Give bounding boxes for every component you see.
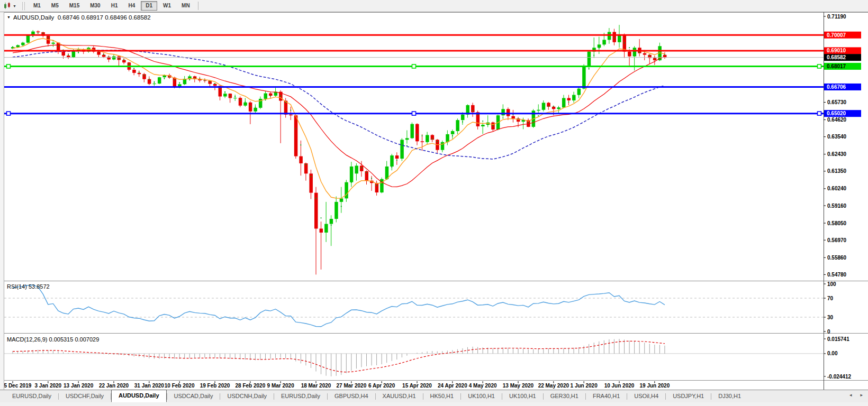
candle [213, 84, 217, 86]
ohlc-low: 0.68496 [105, 14, 127, 21]
timeframe-button-d1[interactable]: D1 [141, 1, 157, 11]
tab-audusd-daily[interactable]: AUDUSD,Daily [111, 390, 166, 402]
toolbar-separator [198, 2, 198, 10]
date-axis-label: 22 Jan 2020 [99, 383, 129, 389]
candle [173, 78, 177, 87]
price-axis-tick: 0.59160 [827, 203, 847, 209]
candle [340, 198, 343, 202]
timeframe-button-h1[interactable]: H1 [106, 1, 123, 11]
tab-fra40-h1[interactable]: FRA40,H1 [586, 391, 627, 402]
candle [294, 115, 298, 156]
candle [148, 79, 151, 84]
candle [239, 98, 242, 106]
price-axis-tick: 0.61350 [827, 168, 847, 174]
chart-canvas[interactable]: 0.0157410.00-0.0244120.711900.657300.646… [0, 0, 868, 406]
tab-hk50-h1[interactable]: HK50,H1 [423, 391, 461, 402]
symbol-dropdown-icon[interactable]: ▼ [7, 15, 11, 19]
tab-eurusd-daily[interactable]: EURUSD,Daily [274, 391, 327, 402]
tab-uk100-h1[interactable]: UK100,H1 [461, 391, 502, 402]
candle [132, 70, 136, 73]
candle [97, 52, 101, 55]
candle [446, 134, 449, 142]
candle [223, 94, 227, 96]
candle [511, 116, 515, 118]
ohlc-high: 0.68917 [81, 14, 103, 21]
tab-eurusd-daily[interactable]: EURUSD,Daily [5, 391, 58, 402]
tab-scroll-left-icon[interactable]: ◂ [849, 392, 852, 398]
candle [152, 84, 156, 84]
candle [37, 32, 40, 32]
date-axis-label: 9 Mar 2020 [267, 383, 295, 389]
tab-usoil-h4[interactable]: USOil,H4 [627, 391, 665, 402]
candle [577, 89, 581, 95]
tab-usdcnh-daily[interactable]: USDCNH,Daily [220, 391, 274, 402]
line-handle[interactable] [412, 112, 416, 115]
tab-usdcad-daily[interactable]: USDCAD,Daily [167, 391, 220, 402]
candle [567, 98, 571, 100]
timeframe-button-m1[interactable]: M1 [29, 1, 46, 11]
line-handle[interactable] [7, 112, 11, 115]
timeframe-button-h4[interactable]: H4 [123, 1, 140, 11]
candle [587, 52, 591, 67]
timeframe-button-m15[interactable]: M15 [65, 1, 84, 11]
candle [233, 98, 237, 98]
rsi-axis-label: 70 [827, 296, 834, 301]
tab-uk100-h1[interactable]: UK100,H1 [502, 391, 543, 402]
date-axis-label: 13 Jan 2020 [64, 383, 94, 389]
date-axis-label: 3 Jan 2020 [35, 383, 62, 389]
date-axis-label: 19 Feb 2020 [200, 383, 230, 389]
candle [122, 60, 126, 62]
tab-gbpusd-h4[interactable]: GBPUSD,H4 [328, 391, 375, 402]
line-handle[interactable] [7, 64, 11, 68]
ohlc-close: 0.68582 [129, 14, 151, 21]
timeframe-button-mn[interactable]: MN [177, 1, 195, 11]
candle [643, 53, 647, 55]
candle [390, 155, 394, 167]
chart-style-dropdown-button[interactable]: ▼ [2, 2, 18, 10]
rsi-axis-label: 100 [827, 281, 836, 287]
candle [334, 202, 338, 219]
price-axis-tick: 0.65730 [827, 99, 847, 105]
candle [269, 94, 273, 96]
timeframe-button-m5[interactable]: M5 [47, 1, 64, 11]
tab-scroll-right-icon[interactable]: ▸ [860, 392, 863, 398]
line-handle[interactable] [412, 64, 416, 68]
chart-tab-bar: EURUSD,DailyUSDCHF,DailyAUDUSD,DailyUSDC… [0, 390, 868, 402]
candle [501, 109, 505, 115]
candle [51, 43, 55, 44]
date-axis-label: 15 Apr 2020 [402, 383, 432, 389]
candle [507, 109, 510, 116]
toolbar-grip[interactable] [22, 2, 25, 10]
tab-usdjpy-h1[interactable]: USDJPY,H1 [666, 391, 711, 402]
candle [375, 183, 379, 192]
tab-dj30-h1[interactable]: DJ30,H1 [711, 391, 748, 402]
candle [289, 115, 293, 115]
macd-indicator-label: MACD(12,26,9) 0.005315 0.007029 [7, 336, 99, 343]
candle [254, 108, 257, 112]
candle [62, 52, 66, 56]
price-axis-tick: 0.55860 [827, 255, 847, 261]
line-handle[interactable] [818, 64, 821, 68]
timeframe-button-w1[interactable]: W1 [158, 1, 176, 11]
tab-ger30-h1[interactable]: GER30,H1 [544, 391, 585, 402]
price-axis-tick: 0.71190 [827, 14, 846, 20]
status-strip [0, 402, 868, 406]
candle [243, 103, 247, 106]
tab-usdchf-daily[interactable]: USDCHF,Daily [59, 391, 111, 402]
candle [102, 55, 106, 57]
price-axis-tick: 0.60240 [827, 186, 847, 191]
candle [345, 182, 348, 199]
svg-text:0.70007: 0.70007 [827, 32, 846, 38]
timeframe-button-m30[interactable]: M30 [85, 1, 105, 11]
date-axis-label: 25 Dec 2019 [1, 383, 32, 389]
tab-xauusd-h1[interactable]: XAUUSD,H1 [376, 391, 423, 402]
candle [612, 32, 616, 42]
date-axis-label: 19 Jun 2020 [639, 383, 670, 389]
candle [456, 120, 459, 131]
candle [562, 98, 566, 107]
date-axis-label: 10 Jun 2020 [604, 383, 635, 389]
candle [628, 52, 631, 57]
macd-axis-label: -0.024412 [827, 374, 851, 380]
price-axis-tick: 0.62430 [827, 151, 847, 157]
line-handle[interactable] [818, 112, 821, 115]
